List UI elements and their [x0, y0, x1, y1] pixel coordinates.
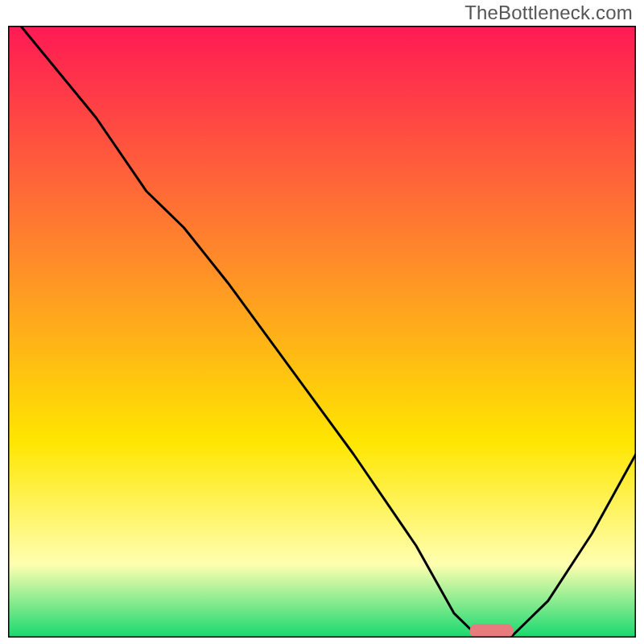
- chart-container: TheBottleneck.com: [0, 0, 644, 644]
- watermark-text: TheBottleneck.com: [464, 2, 633, 24]
- plot-area: [8, 26, 636, 638]
- optimal-marker-rect: [469, 624, 514, 638]
- plot-background: [8, 26, 636, 638]
- chart-svg: [8, 26, 636, 638]
